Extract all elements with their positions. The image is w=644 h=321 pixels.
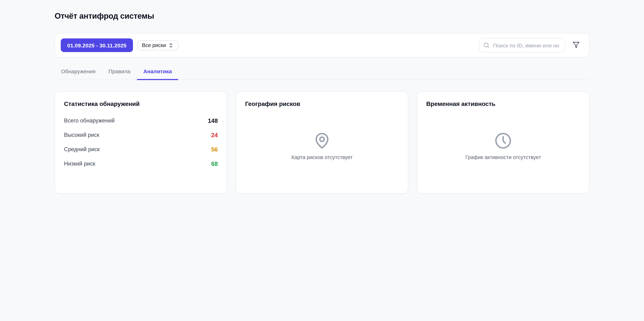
page-title: Отчёт антифрод системы xyxy=(54,11,590,21)
filter-button[interactable] xyxy=(572,40,580,50)
tab-rules[interactable]: Правила xyxy=(102,67,137,80)
risk-filter-select[interactable]: Все риски xyxy=(137,40,178,50)
stat-value: 56 xyxy=(211,146,218,153)
search-box xyxy=(479,38,565,52)
detection-stats-card: Статистика обнаружений Всего обнаружений… xyxy=(54,92,227,194)
stat-row-high-risk: Высокий риск 24 xyxy=(64,128,218,142)
stat-row-total: Всего обнаружений 148 xyxy=(64,113,218,128)
map-pin-icon xyxy=(314,132,330,149)
stat-label: Низкий риск xyxy=(64,160,95,167)
stat-row-medium-risk: Средний риск 56 xyxy=(64,142,218,157)
analytics-cards: Статистика обнаружений Всего обнаружений… xyxy=(54,92,590,194)
card-title: Временная активность xyxy=(426,100,580,108)
report-page: Отчёт антифрод системы 01.09.2025 - 30.1… xyxy=(54,0,590,194)
empty-state-text: График активности отсутствует xyxy=(466,154,541,160)
clock-icon xyxy=(494,132,512,149)
stat-label: Высокий риск xyxy=(64,132,99,138)
date-range-button[interactable]: 01.09.2025 - 30.11.2025 xyxy=(61,38,133,52)
card-title: Статистика обнаружений xyxy=(64,100,218,108)
stat-value: 24 xyxy=(211,132,218,138)
chevrons-up-down-icon xyxy=(168,42,174,48)
search-input[interactable] xyxy=(479,38,565,52)
stat-rows: Всего обнаружений 148 Высокий риск 24 Ср… xyxy=(64,113,218,171)
funnel-icon xyxy=(572,41,580,49)
app-root: Отчёт антифрод системы 01.09.2025 - 30.1… xyxy=(0,0,644,321)
risk-filter-label: Все риски xyxy=(142,42,166,48)
stat-label: Средний риск xyxy=(64,146,100,153)
stat-row-low-risk: Низкий риск 68 xyxy=(64,157,218,171)
activity-empty-state: График активности отсутствует xyxy=(426,108,580,185)
card-title: География рисков xyxy=(245,100,399,108)
report-tabs: Обнаружения Правила Аналитика xyxy=(54,67,590,80)
empty-state-text: Карта рисков отсутствует xyxy=(292,154,353,160)
risk-geography-card: География рисков Карта рисков отсутствуе… xyxy=(236,92,408,194)
time-activity-card: Временная активность График активности о… xyxy=(417,92,590,194)
tab-analytics[interactable]: Аналитика xyxy=(137,67,178,80)
stat-value: 148 xyxy=(208,117,218,124)
filters-toolbar: 01.09.2025 - 30.11.2025 Все риски xyxy=(54,33,590,57)
toolbar-right-group xyxy=(479,38,580,52)
geography-empty-state: Карта рисков отсутствует xyxy=(245,108,399,185)
stat-value: 68 xyxy=(211,160,218,167)
stat-label: Всего обнаружений xyxy=(64,117,115,124)
tab-detections[interactable]: Обнаружения xyxy=(54,67,102,80)
